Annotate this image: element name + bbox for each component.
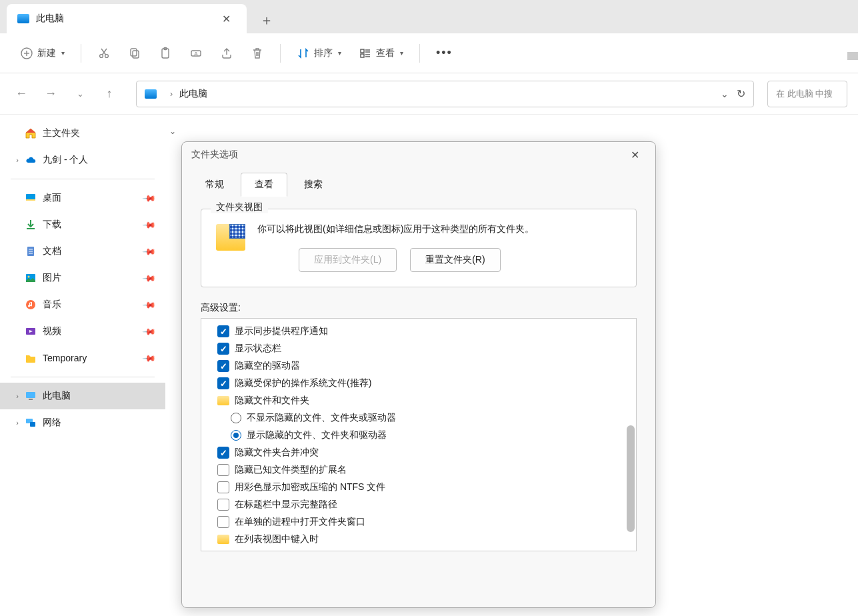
checkbox-icon[interactable] [217, 447, 229, 459]
tab-view[interactable]: 查看 [241, 173, 287, 197]
address-bar[interactable]: › 此电脑 ⌄ ↻ [136, 81, 754, 107]
svg-rect-29 [26, 392, 35, 398]
sidebar-item-temporary[interactable]: Temporary 📌 [0, 345, 165, 371]
scrollbar-fragment[interactable] [847, 52, 858, 60]
back-button[interactable]: ← [11, 83, 32, 105]
checkbox-icon[interactable] [217, 325, 229, 337]
tree-check-item[interactable]: 隐藏文件夹合并冲突 [204, 444, 633, 461]
tree-check-item[interactable]: 用彩色显示加密或压缩的 NTFS 文件 [204, 479, 633, 496]
tree-item-label: 隐藏受保护的操作系统文件(推荐) [235, 377, 371, 389]
tab-search[interactable]: 搜索 [290, 173, 337, 197]
chevron-right-icon[interactable]: › [11, 392, 24, 400]
tree-folder-item[interactable]: 隐藏文件和文件夹 [204, 392, 633, 409]
folder-icon [24, 351, 37, 365]
cloud-icon [24, 153, 37, 167]
svg-text:A: A [194, 51, 198, 57]
tree-check-item[interactable]: 在标题栏中显示完整路径 [204, 496, 633, 513]
sidebar-label: 音乐 [43, 299, 61, 311]
checkbox-icon[interactable] [217, 360, 229, 372]
advanced-settings-label: 高级设置: [201, 302, 637, 314]
tree-check-item[interactable]: 在单独的进程中打开文件夹窗口 [204, 513, 633, 531]
new-button[interactable]: 新建 ▾ [13, 41, 71, 65]
cut-button[interactable] [91, 41, 117, 65]
tree-check-item[interactable]: 显示同步提供程序通知 [204, 323, 633, 340]
sort-button[interactable]: 排序 ▾ [290, 41, 348, 65]
chevron-down-icon[interactable]: ⌄ [169, 127, 176, 136]
checkbox-icon[interactable] [217, 464, 229, 476]
folder-view-desc: 你可以将此视图(如详细信息或图标)应用于这种类型的所有文件夹。 [257, 221, 621, 236]
chevron-down-icon[interactable]: ⌄ [721, 89, 729, 99]
clipboard-icon [159, 47, 172, 60]
close-icon[interactable]: ✕ [624, 146, 646, 164]
tree-item-label: 在列表视图中键入时 [235, 533, 319, 545]
checkbox-icon[interactable] [217, 343, 229, 355]
tree-item-label: 隐藏文件和文件夹 [235, 395, 309, 407]
dialog-title: 文件夹选项 [191, 149, 624, 161]
tab-bar: 此电脑 ✕ ＋ [0, 0, 858, 33]
sidebar-item-videos[interactable]: 视频 📌 [0, 318, 165, 345]
chevron-right-icon[interactable]: › [11, 156, 24, 164]
checkbox-icon[interactable] [217, 377, 229, 389]
checkbox-icon[interactable] [217, 499, 229, 511]
separator [419, 44, 420, 63]
tree-radio-item[interactable]: 不显示隐藏的文件、文件夹或驱动器 [204, 409, 633, 427]
tab-title: 此电脑 [36, 13, 217, 25]
sidebar-item-pictures[interactable]: 图片 📌 [0, 265, 165, 291]
delete-button[interactable] [244, 41, 271, 65]
dialog-title-bar[interactable]: 文件夹选项 ✕ [182, 142, 655, 167]
sidebar-item-desktop[interactable]: 桌面 📌 [0, 185, 165, 211]
refresh-icon[interactable]: ↻ [737, 87, 745, 100]
tree-folder-item[interactable]: 在列表视图中键入时 [204, 531, 633, 548]
copy-button[interactable] [121, 41, 148, 65]
advanced-settings-tree[interactable]: 显示同步提供程序通知显示状态栏隐藏空的驱动器隐藏受保护的操作系统文件(推荐)隐藏… [201, 318, 637, 551]
close-icon[interactable]: ✕ [217, 10, 236, 28]
tab-general[interactable]: 常规 [191, 173, 238, 197]
radio-icon[interactable] [231, 413, 241, 423]
search-input[interactable]: 在 此电脑 中搜 [767, 81, 847, 107]
rename-icon: A [189, 47, 203, 60]
scrollbar-thumb[interactable] [627, 425, 635, 532]
up-button[interactable]: ↑ [99, 83, 120, 105]
apply-to-folders-button[interactable]: 应用到文件夹(L) [299, 248, 397, 272]
chevron-right-icon[interactable]: › [11, 419, 24, 427]
sidebar-item-network[interactable]: › 网络 [0, 409, 165, 436]
tree-item-label: 显示隐藏的文件、文件夹和驱动器 [247, 429, 387, 441]
tab-thispc[interactable]: 此电脑 ✕ [7, 4, 247, 33]
folder-icon [217, 396, 229, 405]
network-icon [24, 416, 37, 429]
tree-check-item[interactable]: 显示状态栏 [204, 340, 633, 357]
view-button[interactable]: 查看 ▾ [352, 41, 410, 65]
checkbox-icon[interactable] [217, 481, 229, 493]
sidebar-item-home[interactable]: 主文件夹 [0, 120, 165, 147]
nav-bar: ← → ⌄ ↑ › 此电脑 ⌄ ↻ 在 此电脑 中搜 [0, 73, 858, 115]
tree-check-item[interactable]: 隐藏空的驱动器 [204, 357, 633, 375]
pictures-icon [24, 271, 37, 285]
radio-icon[interactable] [231, 430, 241, 441]
pin-icon: 📌 [142, 271, 157, 285]
add-tab-button[interactable]: ＋ [253, 7, 280, 33]
forward-button[interactable]: → [40, 83, 61, 105]
monitor-icon [17, 14, 29, 23]
rename-button[interactable]: A [183, 41, 209, 65]
sidebar-item-documents[interactable]: 文档 📌 [0, 238, 165, 265]
sidebar-item-downloads[interactable]: 下载 📌 [0, 211, 165, 238]
recent-dropdown[interactable]: ⌄ [69, 83, 91, 105]
more-button[interactable]: ••• [429, 41, 459, 65]
tree-radio-item[interactable]: 显示隐藏的文件、文件夹和驱动器 [204, 427, 633, 444]
tree-check-item[interactable]: 隐藏受保护的操作系统文件(推荐) [204, 375, 633, 392]
tree-item-label: 在视图中选中键入项 [247, 551, 331, 551]
new-label: 新建 [37, 47, 56, 59]
sidebar-item-music[interactable]: 音乐 📌 [0, 291, 165, 318]
document-icon [24, 245, 37, 258]
tree-check-item[interactable]: 隐藏已知文件类型的扩展名 [204, 461, 633, 479]
paste-button[interactable] [152, 41, 179, 65]
trash-icon [251, 47, 264, 60]
divider [11, 377, 155, 377]
tree-radio-item[interactable]: 在视图中选中键入项 [204, 548, 633, 551]
checkbox-icon[interactable] [217, 516, 229, 528]
share-button[interactable] [213, 41, 240, 65]
sidebar-item-thispc[interactable]: › 此电脑 [0, 383, 165, 409]
sidebar-item-onedrive[interactable]: › 九剑 - 个人 [0, 147, 165, 173]
reset-folders-button[interactable]: 重置文件夹(R) [410, 248, 500, 272]
chevron-down-icon: ▾ [400, 49, 403, 57]
